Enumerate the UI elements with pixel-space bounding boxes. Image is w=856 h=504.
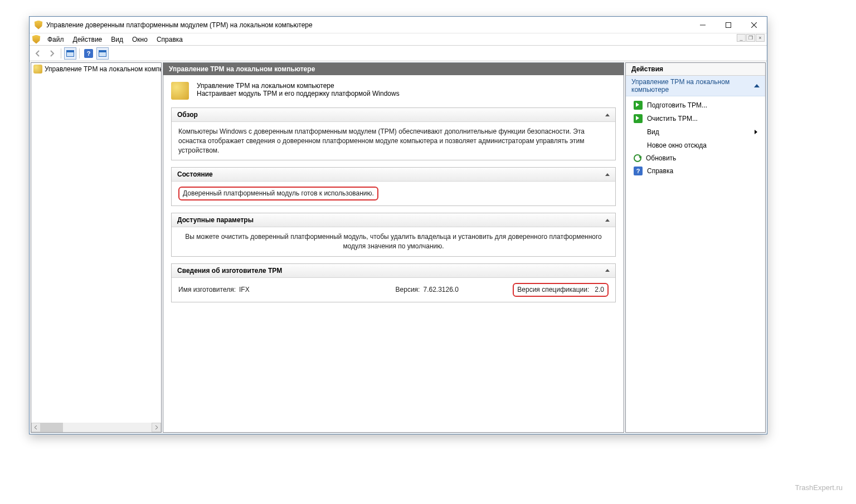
section-params-body: Вы можете очистить доверенный платформен… bbox=[172, 227, 615, 256]
menu-action[interactable]: Действие bbox=[69, 35, 107, 45]
action-help-label: Справка bbox=[647, 167, 673, 175]
section-overview-title: Обзор bbox=[177, 111, 198, 119]
manufacturer-name-label: Имя изготовителя: bbox=[178, 285, 236, 295]
action-view-label: Вид bbox=[647, 128, 659, 136]
intro-row: Управление TPM на локальном компьютере Н… bbox=[171, 82, 616, 100]
close-button[interactable] bbox=[741, 17, 767, 33]
spec-highlighted: Версия спецификации: 2.0 bbox=[513, 283, 609, 297]
mdi-close-button[interactable]: × bbox=[756, 34, 765, 42]
mdi-minimize-button[interactable]: _ bbox=[737, 34, 746, 42]
section-manufacturer: Сведения об изготовителе TPM Имя изготов… bbox=[171, 263, 616, 302]
action-prepare-tpm[interactable]: Подготовить TPM... bbox=[626, 99, 765, 112]
properties-button[interactable] bbox=[64, 47, 76, 60]
manufacturer-name: Имя изготовителя: IFX bbox=[178, 285, 341, 295]
watermark: TrashExpert.ru bbox=[795, 483, 843, 492]
blank-icon bbox=[634, 128, 643, 136]
collapse-icon bbox=[754, 84, 760, 87]
section-params-header[interactable]: Доступные параметры bbox=[172, 213, 615, 227]
menu-file[interactable]: Файл bbox=[43, 35, 69, 45]
help-icon: ? bbox=[634, 167, 643, 175]
action-view[interactable]: Вид bbox=[626, 125, 765, 139]
help-button[interactable]: ? bbox=[82, 47, 95, 60]
scroll-thumb[interactable] bbox=[41, 423, 63, 432]
manufacturer-spec: Версия спецификации: 2.0 bbox=[513, 283, 609, 297]
section-overview-body: Компьютеры Windows с доверенным платформ… bbox=[172, 122, 615, 160]
manufacturer-version-value: 7.62.3126.0 bbox=[423, 285, 458, 295]
minimize-button[interactable] bbox=[690, 17, 716, 33]
manufacturer-row: Имя изготовителя: IFX Версия: 7.62.3126.… bbox=[178, 283, 609, 297]
scroll-track[interactable] bbox=[41, 423, 152, 432]
mmc-window: Управление доверенным платформенным моду… bbox=[29, 16, 767, 434]
menubar: Файл Действие Вид Окно Справка _ ❐ × bbox=[30, 33, 767, 46]
chevron-up-icon bbox=[605, 114, 610, 116]
maximize-button[interactable] bbox=[716, 17, 741, 33]
app-icon bbox=[34, 21, 43, 30]
app-icon-small bbox=[32, 35, 41, 44]
refresh-icon bbox=[634, 154, 641, 162]
scroll-left-button[interactable] bbox=[31, 423, 41, 432]
section-status-title: Состояние bbox=[177, 170, 213, 178]
window-icon bbox=[99, 50, 106, 57]
spec-value: 2.0 bbox=[595, 286, 604, 293]
horizontal-scrollbar[interactable] bbox=[31, 423, 161, 432]
actions-subtitle[interactable]: Управление TPM на локальном компьютере bbox=[626, 76, 765, 96]
titlebar: Управление доверенным платформенным моду… bbox=[30, 17, 767, 33]
chevron-up-icon bbox=[605, 219, 610, 222]
intro-line2: Настраивает модуль TPM и его поддержку п… bbox=[197, 90, 400, 97]
action-help[interactable]: ? Справка bbox=[626, 164, 765, 178]
action-list: Подготовить TPM... Очистить TPM... Вид Н… bbox=[626, 96, 765, 180]
actions-pane: Действия Управление TPM на локальном ком… bbox=[625, 62, 766, 433]
main-area: Управление TPM на локальном компьютере У… bbox=[30, 61, 767, 434]
content-header: Управление TPM на локальном компьютере bbox=[163, 63, 624, 75]
toolbar-separator bbox=[79, 48, 80, 58]
content-body: Управление TPM на локальном компьютере Н… bbox=[163, 75, 624, 316]
scroll-right-button[interactable] bbox=[152, 423, 161, 432]
content-pane: Управление TPM на локальном компьютере У… bbox=[163, 62, 624, 433]
actions-subtitle-label: Управление TPM на локальном компьютере bbox=[631, 78, 754, 94]
action-new-window[interactable]: Новое окно отсюда bbox=[626, 139, 765, 152]
chevron-up-icon bbox=[605, 173, 610, 176]
tree-pane: Управление TPM на локальном компьютере bbox=[31, 62, 162, 433]
actions-title: Действия bbox=[626, 63, 765, 76]
section-overview-header[interactable]: Обзор bbox=[172, 108, 615, 122]
view-button[interactable] bbox=[96, 47, 109, 60]
section-manufacturer-title: Сведения об изготовителе TPM bbox=[177, 267, 282, 275]
manufacturer-version: Версия: 7.62.3126.0 bbox=[346, 285, 508, 295]
action-new-window-label: Новое окно отсюда bbox=[647, 141, 707, 149]
action-clear-tpm[interactable]: Очистить TPM... bbox=[626, 112, 765, 125]
action-clear-label: Очистить TPM... bbox=[647, 115, 698, 123]
tree-root-item[interactable]: Управление TPM на локальном компьютере bbox=[31, 63, 161, 75]
section-params-title: Доступные параметры bbox=[177, 216, 254, 224]
manufacturer-version-label: Версия: bbox=[396, 285, 420, 295]
status-text-highlighted: Доверенный платформенный модуль готов к … bbox=[178, 187, 378, 200]
svg-rect-1 bbox=[726, 22, 731, 27]
blank-icon bbox=[634, 141, 643, 150]
intro-line1: Управление TPM на локальном компьютере bbox=[197, 82, 400, 90]
tpm-key-icon bbox=[33, 65, 42, 74]
menu-window[interactable]: Окно bbox=[128, 35, 152, 45]
menu-view[interactable]: Вид bbox=[106, 35, 128, 45]
window-controls bbox=[690, 17, 767, 33]
forward-button[interactable] bbox=[46, 47, 58, 60]
section-manufacturer-header[interactable]: Сведения об изготовителе TPM bbox=[172, 264, 615, 278]
chevron-up-icon bbox=[605, 269, 610, 272]
section-status-header[interactable]: Состояние bbox=[172, 168, 615, 182]
action-refresh[interactable]: Обновить bbox=[626, 152, 765, 164]
help-icon: ? bbox=[84, 49, 93, 58]
section-params: Доступные параметры Вы можете очистить д… bbox=[171, 213, 616, 257]
section-status-body: Доверенный платформенный модуль готов к … bbox=[172, 182, 615, 205]
arrow-right-green-icon bbox=[634, 114, 643, 123]
submenu-arrow-icon bbox=[755, 130, 757, 134]
back-button[interactable] bbox=[32, 47, 44, 60]
action-prepare-label: Подготовить TPM... bbox=[647, 101, 707, 109]
window-icon bbox=[66, 50, 74, 57]
menu-help[interactable]: Справка bbox=[152, 35, 187, 45]
toolbar-separator bbox=[61, 48, 61, 58]
tree-root-label: Управление TPM на локальном компьютере bbox=[45, 65, 161, 73]
section-status: Состояние Доверенный платформенный модул… bbox=[171, 167, 616, 206]
action-refresh-label: Обновить bbox=[646, 154, 676, 162]
arrow-right-green-icon bbox=[634, 101, 643, 110]
mdi-restore-button[interactable]: ❐ bbox=[746, 34, 755, 42]
section-overview: Обзор Компьютеры Windows с доверенным пл… bbox=[171, 107, 616, 160]
section-manufacturer-body: Имя изготовителя: IFX Версия: 7.62.3126.… bbox=[172, 278, 615, 302]
